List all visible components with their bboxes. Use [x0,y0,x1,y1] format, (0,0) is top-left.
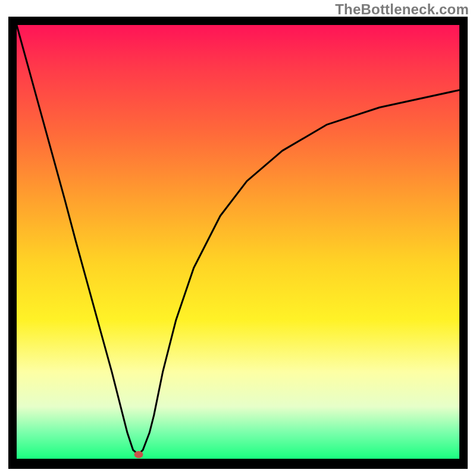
minimum-marker-dot [134,451,143,458]
chart-container: TheBottleneck.com [0,0,476,476]
watermark-text: TheBottleneck.com [335,1,469,18]
bottleneck-curve [17,25,459,459]
plot-area [17,25,459,459]
chart-frame [8,17,468,469]
